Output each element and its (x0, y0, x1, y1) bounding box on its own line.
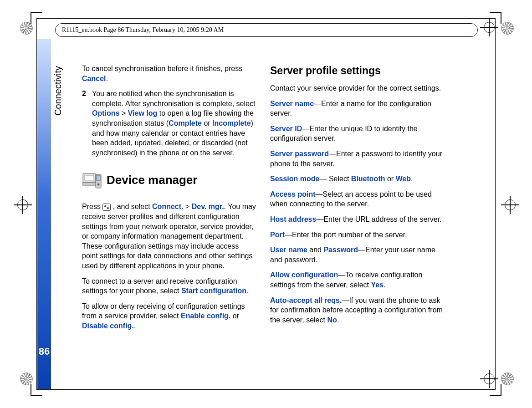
device-manager-icon (82, 171, 102, 192)
section-label: Connectivity (53, 66, 63, 116)
ui-term: View log (128, 109, 158, 117)
setting-server-password: Server password—Enter a password to iden… (270, 149, 445, 168)
body-text: . (411, 175, 413, 183)
body-text: . (134, 322, 136, 330)
ui-term: Incomplete (212, 119, 251, 127)
crop-mark-icon (490, 12, 501, 24)
body-text: , and select (111, 203, 152, 210)
setting-allow-configuration: Allow configuration—To receive configura… (270, 270, 445, 290)
setting-port: Port—Enter the port number of the server… (270, 230, 445, 240)
body-text: . (106, 75, 107, 82)
right-column: Server profile settings Contact your ser… (270, 64, 445, 337)
ui-term: Allow configuration (270, 271, 338, 279)
ui-term: Bluetooth (351, 175, 385, 183)
registration-mark-icon (501, 372, 514, 385)
body-text: > (119, 109, 128, 117)
body-text: . (337, 316, 339, 324)
ui-term: Cancel (82, 75, 106, 82)
body-text: — Select (319, 175, 351, 183)
crosshair-mark-icon (501, 196, 519, 214)
svg-rect-4 (97, 175, 100, 181)
ui-term: Port (270, 231, 285, 239)
body-text: or (385, 175, 396, 183)
svg-point-5 (97, 184, 100, 186)
ui-term: Server name (270, 100, 314, 107)
page-header: R1115_en.book Page 86 Thursday, February… (55, 23, 478, 37)
body-text: You are notified when the synchronisatio… (92, 90, 255, 107)
ui-term: Start configuration (181, 287, 246, 295)
setting-access-point: Access point—Select an access point to b… (270, 189, 445, 209)
ui-term: Host address (270, 215, 316, 223)
body-text: . (246, 287, 248, 295)
svg-rect-1 (85, 175, 94, 181)
crosshair-mark-icon (14, 196, 32, 214)
registration-mark-icon (501, 22, 514, 35)
step-number: 2 (82, 89, 92, 158)
page-number: 86 (37, 342, 51, 361)
sidebar-gradient (37, 39, 51, 389)
setting-session-mode: Session mode— Select Bluetooth or Web. (270, 174, 445, 184)
ui-term: Dev. mgr. (192, 203, 224, 210)
ui-term: User name (270, 246, 307, 254)
ui-term: Session mode (270, 175, 319, 183)
ui-term: Options (92, 109, 119, 117)
content-area: To cancel synchronisation before it fini… (82, 64, 445, 337)
ui-term: Server password (270, 150, 329, 158)
ui-term: Enable config. (181, 312, 230, 320)
body-text: . You may receive server profiles and di… (82, 203, 256, 270)
body-text: or (202, 119, 212, 127)
menu-key-icon (102, 204, 111, 211)
sync-cancel-paragraph: To cancel synchronisation before it fini… (82, 64, 256, 83)
server-profile-heading: Server profile settings (270, 64, 445, 78)
device-manager-heading-row: Device manager (82, 168, 256, 194)
ui-term: Disable config. (82, 322, 134, 330)
setting-host-address: Host address—Enter the URL address of th… (270, 214, 445, 224)
body-text: or (230, 312, 239, 320)
registration-mark-icon (20, 372, 33, 385)
setting-auto-accept: Auto-accept all reqs.—If you want the ph… (270, 296, 445, 325)
ui-term: No (327, 316, 337, 324)
dm-paragraph-2: To connect to a server and receive confi… (82, 276, 256, 296)
body-text: > (184, 203, 192, 210)
dm-paragraph-3: To allow or deny receiving of configurat… (82, 301, 256, 331)
header-text: R1115_en.book Page 86 Thursday, February… (62, 26, 224, 34)
setting-server-id: Server ID—Enter the unique ID to identif… (270, 124, 445, 143)
setting-user-password: User name and Password—Enter your user n… (270, 245, 445, 265)
device-manager-heading: Device manager (107, 172, 197, 188)
ui-term: Auto-accept all reqs. (270, 296, 342, 304)
setting-server-name: Server name—Enter a name for the configu… (270, 99, 445, 118)
dm-paragraph-1: Press , and select Connect. > Dev. mgr..… (82, 202, 256, 270)
body-text: . (384, 281, 385, 289)
body-text: Press (82, 203, 102, 210)
step-text: You are notified when the synchronisatio… (92, 89, 256, 158)
body-text: To cancel synchronisation before it fini… (82, 65, 242, 72)
body-text: and (307, 246, 324, 254)
crop-mark-icon (31, 12, 42, 24)
svg-rect-2 (82, 183, 97, 185)
ui-term: Server ID (270, 125, 302, 133)
ui-term: Password (323, 246, 358, 254)
ui-term: Connect. (152, 203, 183, 210)
body-text: —Enter the URL address of the server. (316, 215, 441, 223)
server-profile-intro: Contact your service provider for the co… (270, 83, 445, 93)
crop-mark-icon (490, 384, 501, 396)
ui-term: Complete (169, 119, 202, 127)
ui-term: Yes (371, 281, 384, 289)
left-column: To cancel synchronisation before it fini… (82, 64, 256, 337)
body-text: —Enter the port number of the server. (285, 231, 407, 239)
ui-term: Access point (270, 190, 316, 198)
step-2: 2 You are notified when the synchronisat… (82, 89, 256, 158)
ui-term: Web (396, 175, 411, 183)
